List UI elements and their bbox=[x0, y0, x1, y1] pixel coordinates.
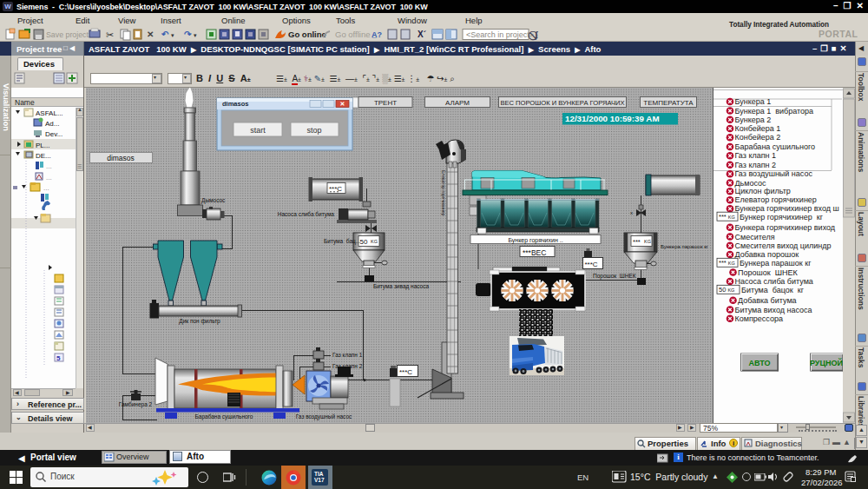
svg-text:↷: ↷ bbox=[184, 30, 192, 39]
svg-text:Добавка битума: Добавка битума bbox=[738, 296, 797, 305]
svg-text:***ВЕС: ***ВЕС bbox=[523, 248, 546, 257]
svg-text:5: 5 bbox=[56, 354, 61, 362]
svg-text:A̲?: A̲? bbox=[372, 30, 382, 39]
svg-text:Битума виход насоса: Битума виход насоса bbox=[735, 306, 812, 314]
svg-text:Барабана сушильного: Барабана сушильного bbox=[195, 413, 253, 420]
svg-text:↶: ↶ bbox=[161, 30, 169, 39]
svg-text:dimasos: dimasos bbox=[222, 100, 248, 108]
svg-text:Битума бац...: Битума бац... bbox=[324, 238, 360, 245]
svg-text:ТРЕНТ: ТРЕНТ bbox=[374, 99, 397, 107]
svg-text:Save project: Save project bbox=[46, 30, 89, 39]
svg-text:Бункера горячихинер вход ш: Бункера горячихинер вход ш bbox=[735, 204, 839, 213]
svg-text:АЛАРМ: АЛАРМ bbox=[445, 99, 470, 107]
svg-text:Ad...: Ad... bbox=[45, 120, 59, 128]
svg-text:...: ... bbox=[46, 174, 52, 182]
svg-text:Дымосос: Дымосос bbox=[201, 197, 226, 204]
svg-text:Бункера парашок кг: Бункера парашок кг bbox=[740, 259, 812, 268]
svg-text:Бункера 2: Бункера 2 bbox=[735, 116, 772, 124]
svg-text:Конбейера 1: Конбейера 1 bbox=[735, 124, 781, 133]
svg-text:DE...: DE... bbox=[36, 152, 51, 160]
svg-text:✕: ✕ bbox=[340, 101, 345, 107]
svg-text:Компрессора: Компрессора bbox=[735, 314, 783, 323]
svg-text:KG: KG bbox=[371, 239, 378, 244]
svg-text:PL...: PL... bbox=[36, 142, 49, 149]
svg-text:***C: ***C bbox=[585, 261, 598, 268]
svg-text:ASFAL...: ASFAL... bbox=[36, 109, 63, 117]
svg-text:Go online: Go online bbox=[288, 30, 326, 39]
svg-text:Бункера 1 вибратора: Бункера 1 вибратора bbox=[735, 107, 814, 116]
svg-text:ТЕМПЕРАТУТА: ТЕМПЕРАТУТА bbox=[643, 99, 694, 107]
svg-text:*** KG: *** KG bbox=[719, 213, 735, 221]
svg-text:✕: ✕ bbox=[147, 30, 154, 39]
svg-text:KG: KG bbox=[644, 239, 651, 244]
svg-text:Насоса слиба битума: Насоса слиба битума bbox=[735, 277, 813, 286]
svg-text:▾: ▾ bbox=[171, 32, 174, 38]
svg-text:stop: stop bbox=[306, 126, 321, 135]
svg-text:АВТО: АВТО bbox=[749, 359, 771, 367]
svg-text:Газ клапн 2: Газ клапн 2 bbox=[332, 363, 363, 369]
svg-text:***C: ***C bbox=[399, 368, 412, 376]
svg-text:Бункера 1: Бункера 1 bbox=[735, 97, 772, 106]
svg-text:Газ клапн 2: Газ клапн 2 bbox=[735, 161, 777, 169]
svg-text:Добавка порошок: Добавка порошок bbox=[735, 250, 799, 259]
svg-text:Газ воздушный насос: Газ воздушный насос bbox=[735, 169, 813, 178]
svg-text:X´: X´ bbox=[418, 30, 426, 39]
svg-text:*** KG: *** KG bbox=[719, 259, 735, 267]
svg-text:...: ... bbox=[43, 184, 49, 192]
svg-text:Бункер горячихин ..: Бункер горячихин .. bbox=[508, 237, 562, 244]
svg-text:Порошок ШНЕК: Порошок ШНЕК bbox=[738, 268, 798, 277]
svg-text:Порошок ШНЕК: Порошок ШНЕК bbox=[593, 273, 636, 280]
svg-text:Циклон фильтр: Циклон фильтр bbox=[735, 187, 791, 195]
svg-text:***: *** bbox=[633, 238, 641, 246]
svg-text:12/31/2000 10:59:39 AM: 12/31/2000 10:59:39 AM bbox=[565, 114, 660, 123]
svg-text:Газ клапн 1: Газ клапн 1 bbox=[332, 352, 363, 358]
svg-text:Елеватор горячихинер: Елеватор горячихинер bbox=[441, 170, 446, 216]
svg-text:Dev...: Dev... bbox=[45, 130, 62, 138]
svg-text:Битума зивад насоса: Битума зивад насоса bbox=[373, 283, 430, 290]
svg-text:Газ клапн 1: Газ клапн 1 bbox=[735, 151, 777, 160]
svg-text:start: start bbox=[250, 126, 266, 135]
svg-text:Барабана сушильного: Барабана сушильного bbox=[735, 142, 816, 151]
svg-text:Конбейера 2: Конбейера 2 bbox=[735, 133, 781, 142]
svg-text:Елеватор горячихинер: Елеватор горячихинер bbox=[735, 195, 817, 204]
svg-text:▾: ▾ bbox=[194, 32, 197, 38]
svg-text:Дик пон фильтр: Дик пон фильтр bbox=[179, 318, 220, 325]
svg-text:50 KG: 50 KG bbox=[719, 286, 734, 294]
svg-text:Битума бацок кг: Битума бацок кг bbox=[741, 286, 805, 294]
svg-text:dimasos: dimasos bbox=[107, 154, 135, 162]
svg-text:Бункер горячихинер кг: Бункер горячихинер кг bbox=[740, 213, 824, 221]
svg-text:...: ... bbox=[46, 162, 52, 170]
svg-text:Смесителя: Смесителя bbox=[735, 233, 775, 241]
svg-text:<Search in project>: <Search in project> bbox=[466, 30, 534, 39]
svg-text:Дьмосос: Дьмосос bbox=[735, 179, 767, 188]
svg-text:ВЕС ПОРОШОК И ВУНКЕРА ГОРЯАЧИХ: ВЕС ПОРОШОК И ВУНКЕРА ГОРЯАЧИХ bbox=[500, 99, 624, 107]
svg-text:Бункера горячихинер виход: Бункера горячихинер виход bbox=[735, 223, 836, 232]
svg-text:50: 50 bbox=[360, 238, 368, 246]
svg-text:х: х bbox=[630, 210, 633, 215]
svg-text:Бункера парашок кг: Бункера парашок кг bbox=[661, 244, 709, 249]
svg-text:Гамбинера 2: Гамбинера 2 bbox=[119, 401, 153, 408]
svg-text:Смесителя виход цилиндр: Смесителя виход цилиндр bbox=[735, 241, 832, 250]
svg-text:✂: ✂ bbox=[106, 30, 114, 40]
svg-text:Насоса слиба битума: Насоса слиба битума bbox=[278, 211, 335, 218]
svg-text:РУЦНОЙ: РУЦНОЙ bbox=[810, 358, 843, 367]
svg-text:Go offline: Go offline bbox=[335, 30, 371, 39]
svg-text:Газ воздушный насос: Газ воздушный насос bbox=[296, 413, 352, 420]
